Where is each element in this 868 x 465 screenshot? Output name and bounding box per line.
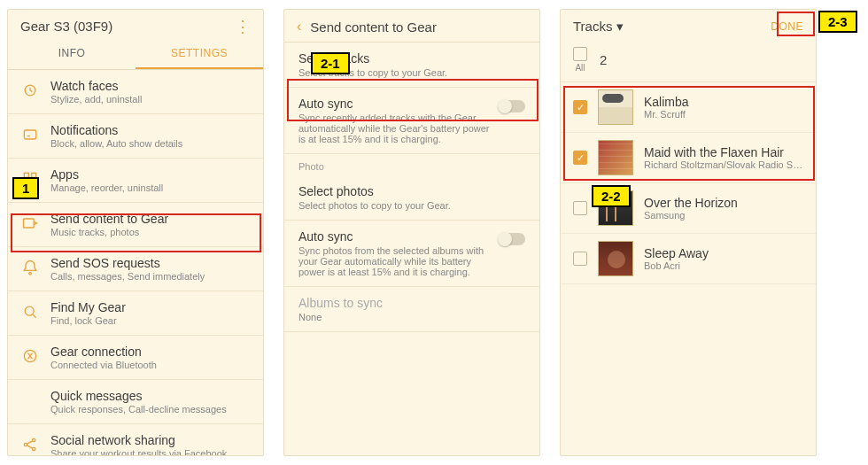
item-notifications[interactable]: Notifications Block, allow, Auto show de… xyxy=(8,114,263,159)
all-label: All xyxy=(575,63,585,73)
track-row[interactable]: ✓ Kalimba Mr. Scruff xyxy=(561,82,816,133)
back-icon[interactable]: ‹ xyxy=(297,19,301,35)
item-title: Select photos xyxy=(298,184,525,198)
item-sub: None xyxy=(298,312,525,322)
notifications-icon xyxy=(20,125,40,144)
item-title: Auto sync xyxy=(298,229,499,244)
svg-point-8 xyxy=(25,306,34,315)
item-sub: Block, allow, Auto show details xyxy=(50,138,251,149)
share-icon xyxy=(20,435,40,454)
item-find-gear[interactable]: Find My Gear Find, lock Gear xyxy=(8,291,263,336)
track-artist: Richard Stoltzman/Slovak Radio Symp... xyxy=(644,159,803,170)
svg-rect-1 xyxy=(24,130,35,139)
section-photo: Photo xyxy=(284,154,539,175)
item-title: Send content to Gear xyxy=(50,212,251,226)
callout-2-3: 2-3 xyxy=(818,11,857,33)
toggle-autosync-music[interactable] xyxy=(499,100,525,112)
find-gear-icon xyxy=(20,302,40,322)
item-gear-connection[interactable]: Gear connection Connected via Bluetooth xyxy=(8,336,263,380)
svg-point-10 xyxy=(24,443,27,446)
panel-send-content: ‹ Send content to Gear Select tracks Sel… xyxy=(283,9,540,456)
track-title: Over the Horizon xyxy=(644,196,803,210)
checkbox-all[interactable] xyxy=(573,47,587,61)
toggle-autosync-photos[interactable] xyxy=(499,233,525,245)
item-title: Find My Gear xyxy=(50,300,251,314)
item-sub: Select photos to copy to your Gear. xyxy=(298,200,525,211)
item-albums-sync: Albums to sync None xyxy=(284,287,539,332)
panel-tracks: Tracks ▾ DONE All 2 ✓ Kalimba Mr. Scruff… xyxy=(560,9,817,456)
track-artist: Samsung xyxy=(644,210,803,221)
item-sub: Quick responses, Call-decline messages xyxy=(50,404,251,415)
item-apps[interactable]: Apps Manage, reorder, uninstall xyxy=(8,159,263,203)
svg-point-11 xyxy=(33,438,35,441)
item-sub: Sync photos from the selected albums wit… xyxy=(298,245,499,277)
selected-count: 2 xyxy=(600,52,607,67)
album-art xyxy=(598,140,633,175)
track-artist: Bob Acri xyxy=(644,260,803,271)
callout-1: 1 xyxy=(12,177,39,199)
page-title: Send content to Gear xyxy=(310,19,437,35)
chevron-down-icon: ▾ xyxy=(616,19,624,34)
tracks-dropdown[interactable]: Tracks ▾ xyxy=(573,19,624,35)
item-watch-faces[interactable]: Watch faces Stylize, add, uninstall xyxy=(8,70,263,114)
svg-rect-6 xyxy=(24,219,35,228)
item-sub: Find, lock Gear xyxy=(50,315,251,326)
item-sos[interactable]: Send SOS requests Calls, messages, Send … xyxy=(8,247,263,291)
item-sub: Stylize, add, uninstall xyxy=(50,94,251,105)
device-title: Gear S3 (03F9) xyxy=(20,19,112,34)
item-title: Send SOS requests xyxy=(50,256,251,270)
item-select-photos[interactable]: Select photos Select photos to copy to y… xyxy=(284,175,539,221)
item-title: Albums to sync xyxy=(298,296,525,310)
track-title: Sleep Away xyxy=(644,246,803,260)
svg-point-12 xyxy=(33,447,35,450)
checkbox-track[interactable] xyxy=(573,201,587,215)
callout-2-2: 2-2 xyxy=(592,185,631,207)
item-sub: Calls, messages, Send immediately xyxy=(50,271,251,282)
album-art xyxy=(598,241,633,276)
panel-gear-settings: Gear S3 (03F9) ⋮ INFO SETTINGS Watch fac… xyxy=(7,9,264,456)
send-content-icon xyxy=(20,213,40,233)
item-title: Notifications xyxy=(50,123,251,137)
item-title: Quick messages xyxy=(50,389,251,403)
item-social-sharing[interactable]: Social network sharing Share your workou… xyxy=(8,424,263,456)
svg-point-7 xyxy=(29,272,32,275)
tab-info[interactable]: INFO xyxy=(8,39,136,69)
track-title: Kalimba xyxy=(644,95,803,109)
item-title: Watch faces xyxy=(50,79,251,93)
item-sub: Share your workout results via Facebook. xyxy=(50,448,251,456)
item-sub: Manage, reorder, uninstall xyxy=(50,182,251,193)
item-sub: Music tracks, photos xyxy=(50,227,251,237)
item-autosync-music[interactable]: Auto sync Sync recently added tracks wit… xyxy=(284,88,539,154)
item-title: Social network sharing xyxy=(50,433,251,447)
watch-face-icon xyxy=(20,81,40,100)
bluetooth-icon xyxy=(20,346,40,366)
checkbox-track[interactable] xyxy=(573,252,587,266)
item-quick-messages[interactable]: Quick messages Quick responses, Call-dec… xyxy=(8,380,263,424)
album-art xyxy=(598,89,633,125)
item-sub: Connected via Bluetooth xyxy=(50,360,251,370)
callout-2-1: 2-1 xyxy=(311,52,350,74)
checkbox-track[interactable]: ✓ xyxy=(573,100,587,114)
item-autosync-photos[interactable]: Auto sync Sync photos from the selected … xyxy=(284,221,539,287)
item-title: Apps xyxy=(50,167,251,182)
tab-settings[interactable]: SETTINGS xyxy=(136,39,263,69)
checkbox-track[interactable]: ✓ xyxy=(573,151,587,165)
track-artist: Mr. Scruff xyxy=(644,109,803,120)
item-title: Auto sync xyxy=(298,97,499,111)
item-sub: Sync recently added tracks with the Gear… xyxy=(298,112,499,144)
item-send-content[interactable]: Send content to Gear Music tracks, photo… xyxy=(8,203,263,247)
more-menu-icon[interactable]: ⋮ xyxy=(235,23,251,30)
track-row[interactable]: Sleep Away Bob Acri xyxy=(561,234,816,284)
done-button[interactable]: DONE xyxy=(771,20,803,33)
sos-icon xyxy=(20,258,40,277)
item-title: Gear connection xyxy=(50,345,251,359)
track-title: Maid with the Flaxen Hair xyxy=(644,145,803,159)
track-row[interactable]: ✓ Maid with the Flaxen Hair Richard Stol… xyxy=(561,133,816,183)
